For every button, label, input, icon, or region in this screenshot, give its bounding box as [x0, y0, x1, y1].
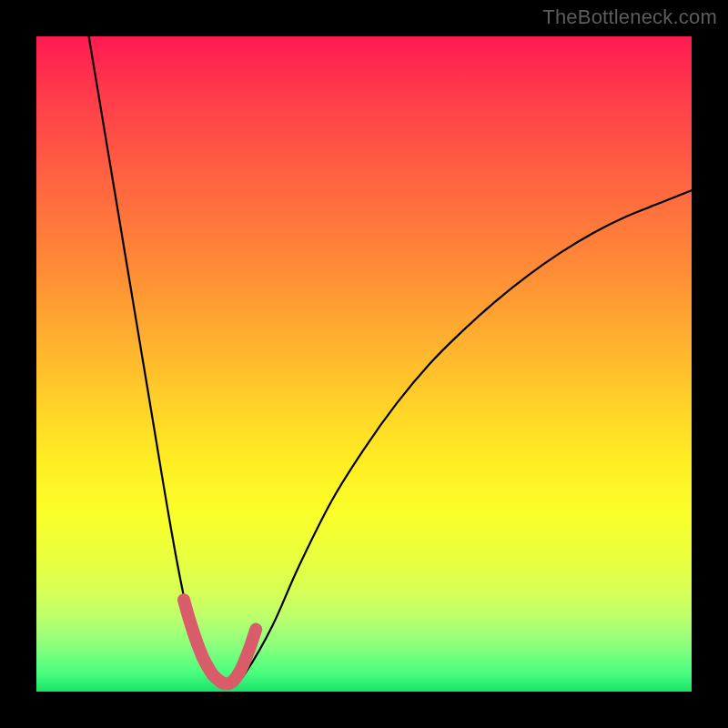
chart-frame: TheBottleneck.com	[0, 0, 728, 728]
plot-area	[36, 36, 692, 692]
watermark-text: TheBottleneck.com	[542, 5, 717, 29]
optimal-range-highlight	[184, 600, 256, 683]
curve-layer	[36, 36, 692, 692]
bottleneck-curve	[89, 36, 692, 687]
